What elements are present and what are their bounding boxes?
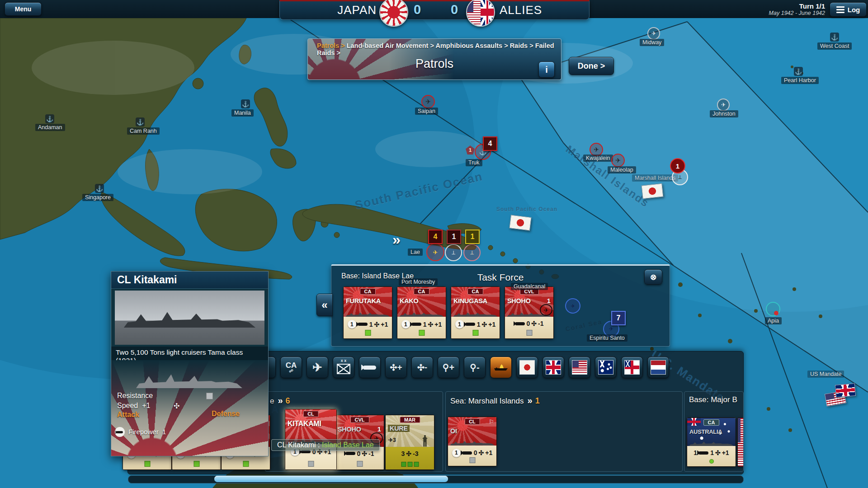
ship-card-kako[interactable]: CAKAKO 11✣+1 — [397, 286, 446, 339]
port-icon-andaman[interactable]: ⚓ — [45, 114, 54, 123]
game-screen: Marshall Islands South Pacific Ocean Sou… — [0, 0, 868, 488]
move-chevron: » — [392, 231, 399, 248]
ship-silhouette-icon — [450, 440, 494, 446]
fleet-badge-marshall[interactable]: 1 — [670, 158, 685, 174]
port-icon-west-coast[interactable]: ⚓ — [830, 33, 839, 42]
plane-count: 3 — [393, 437, 396, 443]
toolbar-button-torpedo[interactable] — [359, 357, 381, 378]
score-panel: JAPAN 0 0 ALLIES — [279, 0, 590, 20]
torpedo-value: 0 — [527, 320, 530, 327]
ship-card-shoho[interactable]: CVLSHOHO1✈ 0✣-1 — [505, 286, 554, 339]
done-button[interactable]: Done > — [569, 57, 614, 75]
airbase-icon-maleolap[interactable]: ✈ — [611, 154, 625, 167]
fleet-token-guadalcanal[interactable]: ✈ — [565, 298, 580, 314]
airbase-icon-saipan[interactable]: ✈ — [421, 95, 435, 108]
toolbar-button-filter-japan[interactable] — [516, 357, 538, 378]
ship-card-partial[interactable] — [737, 418, 744, 467]
unit-token-lae-3[interactable]: ⟂ — [463, 244, 481, 261]
ship-card-kinugasa[interactable]: CAKINUGASA 11✣+1 — [451, 286, 500, 339]
status-square — [469, 457, 475, 463]
unit-stack-lae-3[interactable]: 1 — [465, 230, 480, 244]
ship-class-badge: CA — [360, 288, 376, 295]
toolbar-button-propeller-minus[interactable]: ✣- — [411, 357, 433, 378]
collapse-tab[interactable]: « — [316, 294, 333, 316]
fleet-badge-espiritu[interactable]: 7 — [611, 311, 626, 325]
port-icon-cam-ranh[interactable]: ⚓ — [136, 117, 145, 127]
ship-class-badge: CVL — [350, 417, 369, 423]
white-ensign-flag-icon — [624, 360, 640, 375]
propeller-icon: ✣ — [479, 450, 484, 456]
ship-class-badge: CL — [303, 411, 319, 417]
hull-value: 1 — [455, 320, 464, 328]
unit-stack-truk[interactable]: 4 — [483, 136, 497, 151]
map-label: US Mandate — [807, 371, 844, 378]
port-icon-pearl-harbor[interactable]: ⚓ — [794, 67, 803, 76]
unit-stack-lae-2[interactable]: 1 — [447, 230, 461, 244]
speed-value: -1 — [538, 320, 543, 327]
japan-flag-icon — [519, 360, 535, 375]
task-force-title: Task Force — [331, 272, 670, 283]
hover-location: Island Base Lae — [322, 441, 374, 449]
close-icon: ⊗ — [650, 272, 656, 282]
toolbar-button-sunk-ships[interactable] — [490, 357, 512, 378]
speed-value: -3 — [413, 450, 418, 457]
map-label: Kwajalein — [583, 155, 613, 162]
dock-scrollbar-track[interactable] — [128, 475, 744, 483]
torpedo-icon — [346, 452, 355, 455]
toolbar-button-repair-plus[interactable]: ⚲+ — [438, 357, 459, 378]
propeller-icon: ✣ — [531, 320, 537, 327]
card-stats-area: 11✣+1 — [344, 317, 392, 338]
airbase-icon-johnston[interactable]: ✈ — [717, 99, 730, 111]
toolbar-button-repair-minus[interactable]: ⚲- — [464, 357, 486, 378]
port-icon-manila[interactable]: ⚓ — [241, 99, 250, 108]
toolbar-button-filter-netherlands[interactable] — [647, 357, 669, 378]
ship-silhouette-icon — [689, 440, 733, 446]
toolbar-button-division[interactable] — [333, 357, 354, 378]
unit-token-lae-1[interactable]: ✈ — [426, 243, 444, 261]
toolbar-button-aircraft[interactable]: ✈ — [307, 357, 328, 378]
toolbar-button-propeller-plus[interactable]: ✣+ — [385, 357, 407, 378]
plus-label: + — [397, 362, 402, 372]
toolbar-button-ship-class[interactable]: CA☍ — [280, 357, 302, 378]
netherlands-flag-icon — [651, 360, 666, 375]
unit-stack-lae-1[interactable]: 4 — [428, 230, 443, 244]
close-button[interactable]: ⊗ — [644, 269, 662, 285]
hull-value: 1 — [401, 320, 410, 328]
unit-card-kure[interactable]: MAR KURE ✈3 3✣-3 — [385, 415, 434, 470]
map-label: Manila — [231, 109, 254, 117]
strength-value: 3 — [401, 450, 405, 457]
toolbar-button-filter-uk[interactable] — [542, 357, 564, 378]
speed-value: +1 — [381, 321, 388, 328]
ship-name: KAKO — [400, 297, 419, 305]
toolbar-button-filter-australia[interactable] — [595, 357, 617, 378]
status-square — [144, 461, 150, 467]
log-button[interactable]: Log — [830, 2, 867, 17]
menu-button[interactable]: Menu — [5, 2, 42, 16]
date-range: May 1942 - June 1942 — [737, 10, 825, 16]
status-square — [243, 461, 249, 467]
japan-flag-marker — [642, 183, 664, 199]
status-square — [526, 330, 532, 336]
unit-token-lae-2[interactable]: ⟂ — [445, 244, 462, 261]
ship-card-australia[interactable]: CA AUSTRALIA 11✣+1 — [687, 418, 736, 467]
map-label: Apia — [765, 317, 782, 324]
torpedo-icon — [363, 366, 376, 370]
speed-value: +1 — [485, 449, 492, 456]
speed-value: +1 — [434, 321, 442, 328]
card-stats-area: 11✣+1 — [687, 446, 736, 466]
toolbar-button-filter-us[interactable] — [569, 357, 590, 378]
card-art: CAKINUGASA — [451, 287, 500, 317]
toolbar-button-filter-white-ensign[interactable] — [621, 357, 643, 378]
card-art: MAR KURE ✈3 — [386, 415, 434, 447]
torpedo-icon — [358, 323, 368, 326]
port-icon-singapore[interactable]: ⚓ — [95, 184, 104, 193]
minus-label: - — [425, 362, 427, 372]
breadcrumb-active[interactable]: Patrols > — [317, 42, 345, 49]
panel-title: Sea: Marshall Islands — [450, 397, 524, 406]
dock-scrollbar-thumb[interactable] — [214, 476, 448, 482]
ship-card-furutaka[interactable]: CAFURUTAKA 11✣+1 — [343, 286, 392, 339]
status-square — [357, 461, 363, 467]
airbase-icon-midway[interactable]: ✈ — [647, 27, 660, 40]
ship-card-oi[interactable]: CL ⚐ OI 10✣+1 — [448, 417, 497, 466]
breadcrumb-rest[interactable]: Land-based Air Movement > Amphibious Ass… — [317, 42, 554, 56]
